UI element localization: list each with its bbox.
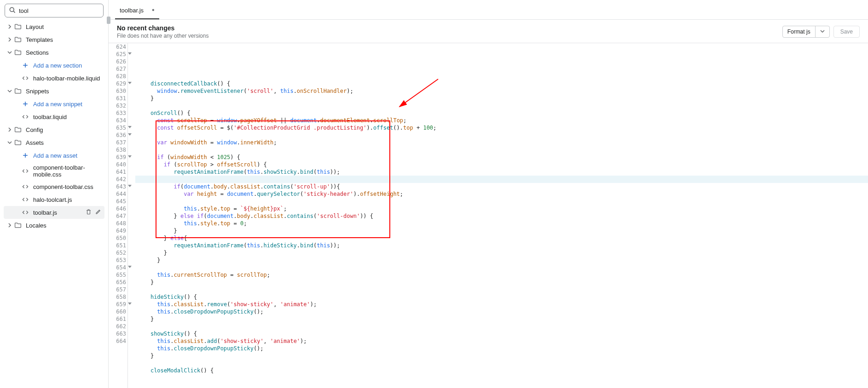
add-link[interactable]: Add a new asset xyxy=(4,149,104,162)
save-button[interactable]: Save xyxy=(833,26,860,38)
file-item[interactable]: toolbar.liquid xyxy=(4,110,104,123)
sidebar-resize-handle[interactable] xyxy=(107,17,110,24)
item-label: toolbar.js xyxy=(33,209,85,216)
code-icon xyxy=(21,183,29,190)
folder-sections[interactable]: Sections xyxy=(4,46,104,59)
code-icon xyxy=(21,74,29,82)
item-label: component-toolbar.css xyxy=(33,183,102,190)
item-label: Config xyxy=(26,126,102,133)
code-content[interactable]: disconnectedCallback() { window.removeEv… xyxy=(134,43,868,388)
format-button[interactable]: Format js xyxy=(782,26,830,38)
tab-dirty-indicator: • xyxy=(152,6,155,14)
item-label: Add a new section xyxy=(33,62,102,69)
svg-point-0 xyxy=(10,7,14,11)
item-label: Add a new snippet xyxy=(33,101,102,108)
sidebar: LayoutTemplatesSectionsAdd a new section… xyxy=(0,0,109,388)
item-label: Assets xyxy=(26,139,102,146)
folder-snippets[interactable]: Snippets xyxy=(4,85,104,97)
item-label: component-toolbar-mobile.css xyxy=(33,164,102,178)
header-title: No recent changes xyxy=(117,24,208,32)
item-label: toolbar.liquid xyxy=(33,114,102,120)
plus-icon xyxy=(21,152,29,159)
tab-label: toolbar.js xyxy=(120,7,144,14)
file-item[interactable]: component-toolbar-mobile.css xyxy=(4,162,104,180)
editor-header: No recent changes File does not have any… xyxy=(109,19,868,43)
folder-icon xyxy=(14,126,22,133)
folder-icon xyxy=(14,222,22,229)
code-icon xyxy=(21,209,29,216)
line-number-gutter: 6246256266276286296306316326336346356366… xyxy=(109,43,128,388)
trash-icon[interactable] xyxy=(85,208,92,217)
rename-icon[interactable] xyxy=(95,208,102,217)
code-icon xyxy=(21,196,29,203)
item-label: Add a new asset xyxy=(33,152,102,159)
file-tree: LayoutTemplatesSectionsAdd a new section… xyxy=(0,20,108,388)
tab-toolbar-js[interactable]: toolbar.js • xyxy=(115,4,159,19)
item-label: halo-toolbar-mobile.liquid xyxy=(33,75,102,82)
item-label: halo-toolcart.js xyxy=(33,196,102,203)
header-subtitle: File does not have any other versions xyxy=(117,33,208,39)
code-icon xyxy=(21,113,29,120)
main-area: toolbar.js • No recent changes File does… xyxy=(109,0,868,388)
plus-icon xyxy=(21,100,29,108)
search-input[interactable] xyxy=(19,7,99,14)
file-item[interactable]: toolbar.js xyxy=(4,206,104,219)
folder-locales[interactable]: Locales xyxy=(4,219,104,232)
folder-icon xyxy=(14,36,22,43)
item-label: Sections xyxy=(26,49,102,56)
search-box[interactable] xyxy=(5,4,104,17)
folder-icon xyxy=(14,23,22,30)
code-editor[interactable]: 6246256266276286296306316326336346356366… xyxy=(109,43,868,388)
file-item[interactable]: component-toolbar.css xyxy=(4,180,104,193)
folder-icon xyxy=(14,49,22,56)
folder-config[interactable]: Config xyxy=(4,123,104,136)
folder-templates[interactable]: Templates xyxy=(4,33,104,46)
add-link[interactable]: Add a new section xyxy=(4,59,104,72)
format-label: Format js xyxy=(783,26,815,37)
search-icon xyxy=(9,6,16,15)
item-label: Locales xyxy=(26,222,102,229)
folder-assets[interactable]: Assets xyxy=(4,136,104,149)
item-label: Templates xyxy=(26,36,102,43)
add-link[interactable]: Add a new snippet xyxy=(4,97,104,110)
folder-layout[interactable]: Layout xyxy=(4,20,104,33)
item-label: Snippets xyxy=(26,88,102,95)
file-item[interactable]: halo-toolbar-mobile.liquid xyxy=(4,72,104,85)
code-icon xyxy=(21,167,29,175)
item-label: Layout xyxy=(26,23,102,30)
folder-icon xyxy=(14,139,22,146)
tab-bar: toolbar.js • xyxy=(109,0,868,19)
chevron-down-icon[interactable] xyxy=(816,26,829,37)
svg-line-1 xyxy=(13,11,15,12)
plus-icon xyxy=(21,62,29,69)
folder-icon xyxy=(14,87,22,95)
file-item[interactable]: halo-toolcart.js xyxy=(4,193,104,206)
